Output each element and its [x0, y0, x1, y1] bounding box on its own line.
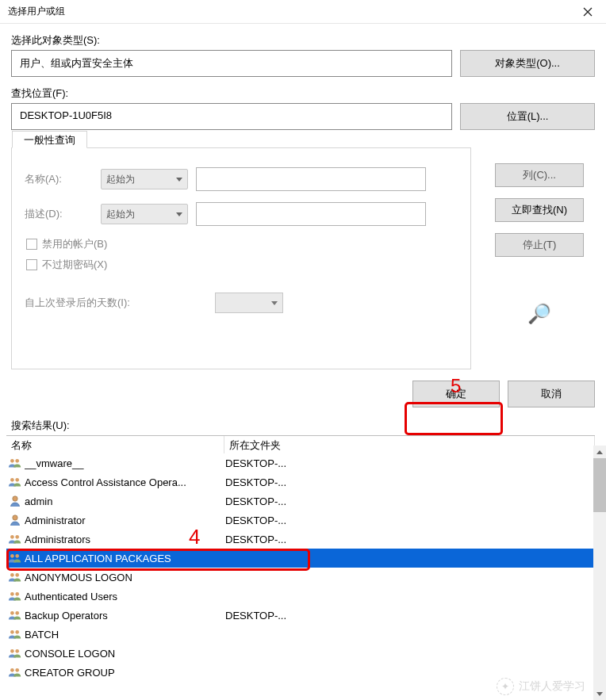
group-icon [8, 476, 22, 488]
table-body: 4 __vmware__DESKTOP-...Access Control As… [6, 453, 595, 683]
svg-point-19 [15, 630, 19, 634]
days-since-logon-label: 自上次登录后的天数(I): [25, 296, 207, 310]
location-value: DESKTOP-1U0F5I8 [11, 103, 452, 130]
results-table: 名称 所在文件夹 4 __vmware__DESKTOP-...Access C… [6, 435, 595, 683]
row-folder: DESKTOP-... [225, 476, 595, 488]
svg-point-3 [15, 459, 19, 463]
non-expiring-checkbox[interactable] [26, 259, 37, 270]
row-name: Backup Operators [25, 610, 225, 622]
annotation-5: 5 [451, 375, 461, 397]
svg-point-5 [15, 478, 19, 482]
object-types-button[interactable]: 对象类型(O)... [460, 50, 595, 77]
table-row[interactable]: __vmware__DESKTOP-... [6, 453, 595, 472]
svg-point-13 [15, 573, 19, 577]
group-icon [8, 553, 22, 564]
svg-point-8 [10, 535, 14, 539]
row-name: BATCH [25, 629, 225, 641]
scroll-down-button[interactable] [593, 687, 606, 700]
chevron-down-icon [271, 301, 278, 305]
row-folder: DESKTOP-... [225, 495, 595, 507]
user-icon [8, 514, 22, 526]
name-input[interactable] [196, 167, 426, 191]
svg-point-15 [15, 592, 19, 596]
name-label: 名称(A): [25, 172, 93, 186]
svg-point-23 [15, 668, 19, 672]
arrow-down-icon [596, 692, 603, 696]
stop-button[interactable]: 停止(T) [495, 233, 584, 257]
group-icon [8, 629, 22, 640]
row-name: ALL APPLICATION PACKAGES [25, 553, 225, 564]
query-panel: 一般性查询 名称(A): 起始为 描述(D): 起始为 禁用的帐户(B) [11, 147, 471, 369]
column-folder[interactable]: 所在文件夹 [224, 436, 595, 453]
object-type-value: 用户、组或内置安全主体 [11, 50, 452, 77]
row-folder: DESKTOP-... [225, 514, 595, 526]
table-row[interactable]: AdministratorsDESKTOP-... [6, 530, 595, 549]
chevron-down-icon [176, 178, 182, 182]
table-row[interactable]: Backup OperatorsDESKTOP-... [6, 606, 595, 625]
table-row[interactable]: ANONYMOUS LOGON [6, 568, 595, 587]
cancel-button[interactable]: 取消 [508, 381, 595, 407]
watermark: ✦ 江饼人爱学习 [497, 678, 585, 695]
svg-point-16 [10, 611, 14, 615]
row-folder: DESKTOP-... [225, 457, 595, 469]
close-icon [583, 7, 593, 17]
object-type-label: 选择此对象类型(S): [11, 33, 595, 48]
table-row[interactable]: AdministratorDESKTOP-... [6, 511, 595, 530]
location-label: 查找位置(F): [11, 86, 595, 101]
svg-point-21 [15, 649, 19, 653]
table-row[interactable]: Access Control Assistance Opera...DESKTO… [6, 472, 595, 492]
scrollbar[interactable] [593, 446, 606, 700]
tab-common-queries[interactable]: 一般性查询 [12, 131, 87, 148]
row-name: CONSOLE LOGON [25, 648, 225, 660]
column-name[interactable]: 名称 [6, 436, 224, 453]
columns-button[interactable]: 列(C)... [495, 163, 584, 187]
row-name: __vmware__ [25, 457, 225, 469]
scroll-up-button[interactable] [593, 446, 606, 458]
desc-input[interactable] [196, 202, 426, 226]
svg-point-4 [10, 478, 14, 482]
group-icon [8, 667, 22, 678]
row-name: CREATOR GROUP [25, 667, 225, 679]
scroll-thumb[interactable] [593, 458, 606, 512]
group-icon [8, 457, 22, 469]
group-icon [8, 572, 22, 583]
table-row[interactable]: BATCH [6, 625, 595, 644]
non-expiring-label: 不过期密码(X) [42, 258, 107, 272]
svg-point-9 [15, 535, 19, 539]
group-icon [8, 591, 22, 602]
table-row[interactable]: Authenticated Users [6, 587, 595, 606]
row-name: Access Control Assistance Opera... [25, 476, 225, 488]
row-name: Authenticated Users [25, 591, 225, 602]
row-name: ANONYMOUS LOGON [25, 572, 225, 583]
name-combo[interactable]: 起始为 [101, 169, 188, 189]
locations-button[interactable]: 位置(L)... [460, 103, 595, 130]
desc-combo[interactable]: 起始为 [101, 204, 188, 224]
user-icon [8, 495, 22, 507]
search-results-label: 搜索结果(U): [11, 419, 606, 433]
days-combo[interactable] [215, 293, 283, 313]
svg-point-14 [10, 592, 14, 596]
arrow-up-icon [596, 450, 603, 454]
svg-point-18 [10, 630, 14, 634]
svg-point-10 [10, 554, 14, 558]
wechat-icon: ✦ [497, 678, 514, 695]
group-icon [8, 610, 22, 621]
table-row[interactable]: ALL APPLICATION PACKAGES [6, 549, 595, 568]
svg-point-7 [13, 515, 17, 520]
table-row[interactable]: adminDESKTOP-... [6, 492, 595, 511]
disabled-accounts-label: 禁用的帐户(B) [42, 237, 107, 251]
svg-point-20 [10, 649, 14, 653]
chevron-down-icon [176, 212, 182, 216]
window-title: 选择用户或组 [8, 5, 570, 18]
close-button[interactable] [570, 1, 606, 23]
table-header: 名称 所在文件夹 [6, 436, 595, 453]
row-folder: DESKTOP-... [225, 610, 595, 622]
svg-point-12 [10, 573, 14, 577]
svg-point-22 [10, 668, 14, 672]
svg-point-6 [13, 496, 17, 501]
disabled-accounts-checkbox[interactable] [26, 239, 37, 250]
table-row[interactable]: CONSOLE LOGON [6, 644, 595, 663]
annotation-4: 4 [189, 525, 200, 549]
titlebar: 选择用户或组 [0, 0, 606, 24]
find-now-button[interactable]: 立即查找(N) [495, 198, 584, 222]
